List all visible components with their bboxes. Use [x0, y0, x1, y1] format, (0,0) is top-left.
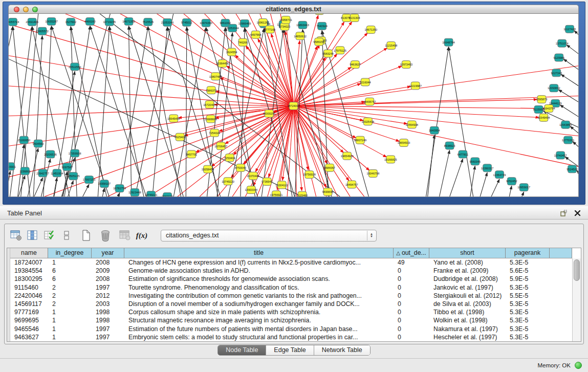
graph-node[interactable]: 18724007 [287, 102, 300, 110]
column-header-title[interactable]: title [124, 248, 394, 258]
graph-node[interactable]: 9097587 [61, 163, 73, 171]
column-header-year[interactable]: year [92, 248, 124, 258]
graph-node[interactable]: 11215498 [385, 41, 397, 49]
graph-node[interactable]: 16304122 [275, 181, 288, 189]
graph-node[interactable]: 10688609 [204, 115, 217, 123]
graph-node[interactable]: 7254024 [209, 129, 220, 137]
graph-node[interactable]: 11543855 [559, 121, 572, 128]
graph-node[interactable]: 16782759 [113, 185, 126, 192]
graph-node[interactable]: 19756928 [303, 171, 316, 179]
graph-node[interactable]: 8466160 [84, 17, 96, 25]
graph-node[interactable]: 9463627 [350, 61, 361, 69]
graph-node[interactable]: 13903344 [245, 186, 257, 194]
graph-node[interactable]: 6216044 [360, 78, 371, 86]
graph-node[interactable]: 7515526 [142, 18, 154, 26]
graph-node[interactable]: 12923448 [128, 189, 141, 196]
graph-node[interactable]: 16958107 [98, 180, 111, 188]
graph-node[interactable]: 18807249 [354, 136, 366, 144]
graph-node[interactable]: 7625402 [175, 133, 186, 141]
graph-node[interactable]: 19654933 [398, 139, 410, 147]
table-row[interactable]: 1830029562008Estimation of significance … [10, 275, 572, 283]
column-header-pagerank[interactable]: pagerank [506, 248, 550, 258]
graph-node[interactable]: 16706457 [214, 142, 227, 150]
graph-node[interactable]: 10807487 [209, 73, 222, 80]
graph-node[interactable]: 1527602 [65, 18, 76, 26]
graph-node[interactable]: 18959017 [517, 184, 530, 191]
memory-ok-icon[interactable] [575, 362, 582, 369]
graph-node[interactable]: 8753049 [235, 164, 246, 171]
float-window-icon[interactable] [560, 210, 567, 216]
network-graph-canvas[interactable]: 2405572420691406106552871527602846616010… [9, 14, 578, 196]
graph-node[interactable]: 12554938 [406, 121, 419, 128]
select-columns-icon[interactable] [43, 229, 56, 242]
graph-node[interactable]: 17359938 [69, 149, 81, 157]
graph-node[interactable]: 10653287 [313, 14, 326, 15]
close-icon[interactable] [574, 210, 581, 216]
graph-node[interactable]: 7540924 [316, 22, 328, 30]
column-header-in_degree[interactable]: in_degree [48, 248, 92, 258]
tab-edge-table[interactable]: Edge Table [266, 345, 314, 355]
new-file-icon[interactable] [80, 229, 92, 242]
graph-node[interactable]: 15958731 [279, 16, 292, 24]
graph-node[interactable]: 8131304 [349, 14, 360, 21]
table-settings-icon[interactable] [10, 229, 22, 242]
graph-node[interactable]: 21053346 [161, 18, 174, 26]
graph-node[interactable]: 16370441 [247, 172, 259, 180]
graph-node[interactable]: 25160650 [17, 136, 30, 144]
graph-node[interactable]: 12093832 [548, 84, 560, 92]
column-header-short[interactable]: short [429, 248, 506, 258]
graph-node[interactable]: 1640954 [429, 126, 440, 134]
graph-node[interactable]: 20511550 [69, 63, 81, 71]
graph-node[interactable]: 19166825 [384, 156, 397, 163]
graph-node[interactable]: 9560023 [162, 193, 173, 196]
graph-node[interactable]: 11549494 [537, 114, 550, 121]
table-row[interactable]: 946362711997Embryonic stem cells: a mode… [10, 333, 572, 341]
graph-node[interactable]: 10973493 [400, 61, 412, 69]
graph-node[interactable]: 12364739 [493, 171, 506, 179]
graph-node[interactable]: 23942757 [36, 169, 49, 177]
graph-node[interactable]: 16046798 [367, 170, 380, 178]
graph-node[interactable]: 9504560 [33, 140, 44, 147]
graph-node[interactable]: 19654923 [341, 152, 354, 160]
graph-node[interactable]: 9115460 [297, 191, 308, 196]
table-column-icon[interactable] [27, 229, 39, 242]
graph-node[interactable]: 18494757 [345, 181, 358, 188]
window-titlebar[interactable]: citations_edges.txt [8, 5, 579, 14]
graph-node[interactable]: 9684067 [324, 164, 335, 171]
graph-node[interactable]: 17957255 [83, 176, 96, 184]
network-view-window[interactable]: citations_edges.txt 24055724206914061065… [3, 2, 585, 205]
column-header-out_de[interactable]: △out_de... [394, 248, 429, 258]
graph-node[interactable]: 9457791 [186, 150, 197, 158]
graph-node[interactable]: 9777169 [264, 26, 275, 33]
graph-node[interactable]: 17975125 [334, 47, 346, 54]
graph-node[interactable]: 9699695 [322, 188, 334, 195]
graph-node[interactable]: 1156863 [19, 167, 30, 175]
graph-node[interactable]: 6497568 [250, 31, 262, 38]
graph-node[interactable]: 6477811 [458, 150, 468, 158]
scrollbar-thumb[interactable] [574, 259, 580, 281]
function-builder-icon[interactable]: f(x) [136, 229, 148, 242]
table-row[interactable]: 2242004622012Investigating the contribut… [10, 292, 572, 300]
graph-node[interactable]: 10719155 [103, 18, 116, 26]
graph-node[interactable]: 11643794 [542, 105, 555, 113]
merge-rows-icon[interactable] [60, 229, 73, 242]
zoom-window-button[interactable] [32, 7, 38, 12]
table-row[interactable]: 1456911722003Disruption of a novel membe… [10, 300, 572, 308]
graph-node[interactable]: 7986372 [206, 86, 217, 94]
graph-node[interactable]: 10966469 [238, 19, 251, 27]
tab-node-table[interactable]: Node Table [218, 345, 266, 355]
graph-node[interactable]: 14671350 [364, 26, 377, 34]
graph-node[interactable]: 9052452 [506, 178, 517, 185]
graph-node[interactable]: 1595873 [536, 96, 548, 103]
graph-node[interactable]: 9586155 [313, 38, 324, 46]
graph-node[interactable]: 23805572 [36, 27, 49, 35]
minimize-window-button[interactable] [23, 7, 29, 12]
graph-node[interactable]: 9129986 [553, 54, 564, 61]
graph-node[interactable]: 10749220 [222, 178, 234, 185]
graph-node[interactable]: 19358454 [202, 165, 214, 173]
graph-node[interactable]: 9583244 [322, 50, 334, 57]
graph-node[interactable]: 9736947 [262, 178, 273, 185]
graph-node[interactable]: 18495757 [363, 98, 376, 105]
import-table-icon[interactable] [119, 229, 131, 242]
graph-node[interactable]: 16961262 [257, 18, 270, 26]
